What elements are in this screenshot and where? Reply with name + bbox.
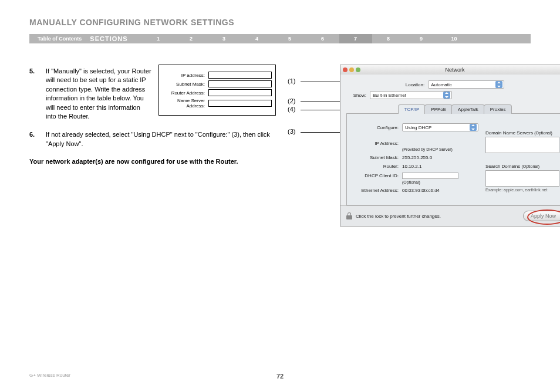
configure-value: Using DHCP [405, 125, 431, 130]
dhcp-client-input[interactable] [402, 173, 458, 179]
tab-pppoe[interactable]: PPPoE [424, 104, 453, 114]
dns-textarea[interactable] [485, 137, 559, 153]
ip-address-label-mac: IP Address: [353, 141, 402, 146]
ip-info-table: IP address: Subnet Mask: Router Address:… [158, 65, 276, 116]
nav-section-7[interactable]: 7 [339, 34, 372, 43]
subnet-mask-label: Subnet Mask: [163, 82, 208, 87]
search-example: Example: apple.com, earthlink.net [485, 188, 560, 192]
ip-address-label: IP address: [163, 73, 208, 78]
callout-2: (2) [288, 97, 301, 104]
step-6-number: 6. [29, 130, 46, 148]
nav-section-9[interactable]: 9 [405, 36, 438, 42]
dhcp-client-note: (Optional) [402, 180, 420, 184]
section-navbar: Table of Contents SECTIONS 1 2 3 4 5 6 7… [29, 34, 531, 43]
ethernet-label: Ethernet Address: [353, 188, 402, 193]
search-domains-textarea[interactable] [485, 170, 559, 187]
step-5-text: If "Manually" is selected, your Router w… [46, 67, 151, 121]
name-server-field[interactable] [208, 100, 272, 107]
router-value-mac: 10.10.2.1 [402, 164, 421, 169]
nav-toc[interactable]: Table of Contents [29, 36, 90, 42]
router-address-field[interactable] [208, 89, 272, 96]
tabs-row: TCP/IP PPPoE AppleTalk Proxies [346, 104, 560, 114]
router-label-mac: Router: [353, 164, 402, 169]
callout-3: (3) [288, 128, 301, 135]
step-5-number: 5. [29, 67, 46, 121]
nav-section-6[interactable]: 6 [306, 36, 339, 42]
callout-1: (1) [288, 77, 301, 85]
nav-section-2[interactable]: 2 [175, 36, 208, 42]
dns-label: Domain Name Servers [485, 130, 533, 136]
ip-address-field[interactable] [208, 72, 272, 79]
configure-label: Configure: [353, 125, 402, 130]
show-value: Built-in Ethernet [373, 93, 406, 98]
tab-tcpip[interactable]: TCP/IP [398, 104, 426, 114]
name-server-label: Name Server Address: [163, 98, 208, 109]
ethernet-value: 00:03:93:0b:c6:d4 [402, 188, 440, 193]
dropdown-arrows-icon [443, 92, 450, 99]
page-footer: G+ Wireless Router 72 [29, 373, 531, 378]
configure-dropdown[interactable]: Using DHCP [402, 123, 478, 131]
window-titlebar: Network [340, 65, 560, 75]
nav-section-1[interactable]: 1 [142, 36, 175, 42]
window-traffic-lights [343, 67, 360, 72]
network-preferences-window: Network Location: Automatic Show: Built-… [340, 65, 560, 227]
page-heading: MANUALLY CONFIGURING NETWORK SETTINGS [29, 18, 531, 27]
dns-optional: (Optional) [534, 131, 552, 135]
zoom-icon[interactable] [356, 67, 360, 72]
search-domains-label: Search Domains [485, 164, 520, 169]
nav-sections-label: SECTIONS [90, 35, 141, 42]
tab-proxies[interactable]: Proxies [484, 104, 512, 114]
dropdown-arrows-icon [495, 81, 502, 88]
nav-section-5[interactable]: 5 [274, 36, 306, 42]
nav-section-8[interactable]: 8 [372, 36, 405, 42]
router-address-label: Router Address: [163, 90, 208, 96]
step-6-text: If not already selected, select "Using D… [46, 130, 281, 148]
ip-provided-note: (Provided by DHCP Server) [402, 147, 453, 151]
window-footer: Click the lock to prevent further change… [340, 205, 560, 226]
location-dropdown[interactable]: Automatic [428, 80, 504, 89]
apply-now-button[interactable]: Apply Now [523, 211, 560, 221]
lock-icon[interactable] [346, 212, 352, 219]
location-label: Location: [406, 82, 428, 87]
callout-4: (4) [288, 106, 301, 113]
window-title: Network [445, 67, 464, 73]
nav-section-10[interactable]: 10 [438, 36, 471, 42]
nav-section-4[interactable]: 4 [241, 36, 274, 42]
subnet-label-mac: Subnet Mask: [353, 155, 402, 160]
lock-text: Click the lock to prevent further change… [356, 214, 441, 219]
footer-product: G+ Wireless Router [29, 373, 70, 378]
subnet-value-mac: 255.255.255.0 [402, 155, 432, 160]
close-icon[interactable] [343, 67, 348, 72]
show-dropdown[interactable]: Built-in Ethernet [370, 91, 452, 99]
search-optional: (Optional) [521, 164, 539, 168]
subnet-mask-field[interactable] [208, 80, 272, 87]
nav-section-3[interactable]: 3 [208, 36, 241, 42]
show-label: Show: [346, 93, 370, 98]
location-value: Automatic [431, 82, 452, 87]
minimize-icon[interactable] [349, 67, 354, 72]
tab-appletalk[interactable]: AppleTalk [451, 104, 485, 114]
page-number: 72 [276, 373, 284, 380]
dhcp-client-label: DHCP Client ID: [353, 173, 402, 178]
dropdown-arrows-icon [470, 124, 477, 131]
tab-content: Configure: Using DHCP IP Address: (Provi… [346, 114, 560, 205]
